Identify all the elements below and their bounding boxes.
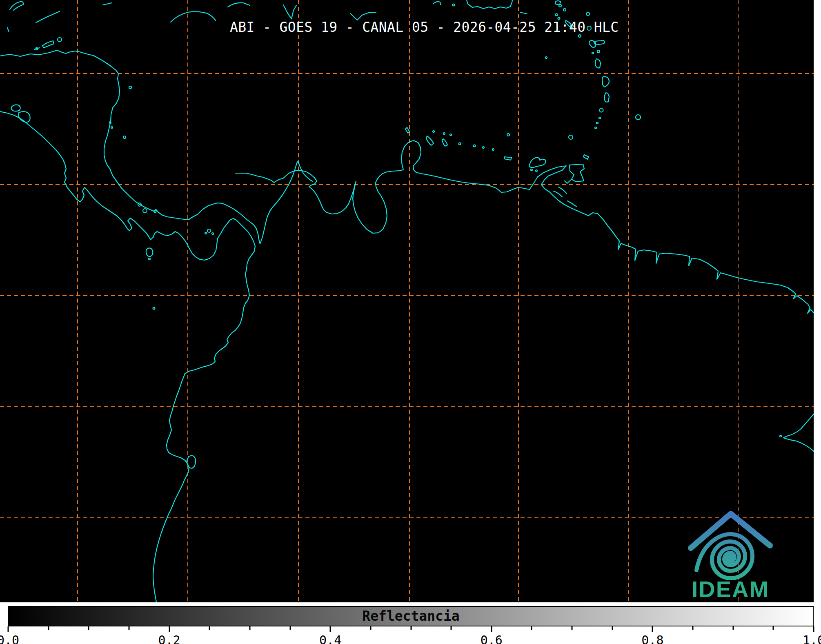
- island-dot: [600, 109, 603, 112]
- coastline-path: [783, 414, 814, 451]
- island-dot: [205, 232, 207, 234]
- island-dot: [443, 133, 445, 134]
- island-dot: [595, 127, 596, 129]
- coastline-layer: [0, 0, 814, 602]
- colorbar-minor-tick: [128, 626, 129, 630]
- coastline-path: [520, 12, 527, 14]
- satellite-map: IDEAM ABI - GOES 19 - CANAL 05 - 2026-04…: [0, 0, 814, 602]
- island-dot: [149, 258, 150, 260]
- coastline-path: [405, 127, 409, 133]
- colorbar-minor-tick: [370, 626, 371, 630]
- coastline-path: [602, 77, 609, 87]
- colorbar-major-tick: [652, 626, 653, 632]
- island-dot: [507, 134, 510, 136]
- coastline-path: [0, 50, 312, 244]
- coastline-path: [567, 201, 576, 207]
- island-dot: [636, 115, 641, 120]
- colorbar-minor-tick: [209, 626, 210, 630]
- island-dot: [433, 131, 434, 132]
- coastline-path: [36, 11, 60, 22]
- colorbar-minor-tick: [732, 626, 734, 630]
- coastline-path: [558, 187, 567, 194]
- island-dot: [586, 12, 590, 16]
- colorbar-minor-tick: [531, 626, 532, 630]
- colorbar-minor-tick: [612, 626, 613, 630]
- coastline-path: [583, 155, 589, 159]
- island-dot: [492, 149, 494, 150]
- island-dot: [474, 145, 476, 147]
- coastline-path: [504, 157, 512, 160]
- island-dot: [143, 209, 147, 213]
- colorbar-minor-tick: [289, 626, 291, 630]
- island-dot: [58, 38, 62, 42]
- colorbar-minor-tick: [249, 626, 250, 630]
- island-dot: [596, 122, 598, 124]
- colorbar-tick-label: 0.2: [158, 633, 180, 644]
- colorbar-major-tick: [813, 626, 814, 632]
- colorbar-tick-label: 1.0: [803, 633, 821, 644]
- island-dot: [453, 4, 455, 6]
- coastline-path: [235, 140, 814, 313]
- island-dot: [545, 57, 547, 58]
- colorbar-minor-tick: [572, 626, 573, 630]
- colorbar-major-tick: [330, 626, 331, 632]
- coastline-path: [426, 136, 434, 145]
- coastline-path: [0, 111, 255, 602]
- colorbar: Reflectancia 0.00.20.40.60.81.0: [8, 606, 814, 626]
- coastline-path: [10, 2, 23, 10]
- colorbar-tick-label: 0.6: [481, 633, 503, 644]
- coastline-path: [228, 3, 250, 7]
- island-dot: [153, 308, 155, 310]
- coastline-path: [442, 139, 447, 146]
- coastline-path: [565, 180, 571, 183]
- island-dot: [556, 14, 558, 16]
- island-dot: [599, 117, 601, 119]
- island-dot: [563, 9, 566, 11]
- colorbar-minor-tick: [451, 626, 452, 630]
- map-svg: IDEAM: [0, 0, 814, 602]
- island-dot: [459, 143, 461, 145]
- coastline-path: [467, 0, 512, 9]
- island-dot: [450, 134, 452, 136]
- island-dot: [154, 211, 156, 213]
- coastline-path: [7, 28, 9, 32]
- island-dot: [597, 50, 600, 53]
- coastline-path: [604, 93, 609, 102]
- coastline-path: [433, 2, 441, 5]
- image-title: ABI - GOES 19 - CANAL 05 - 2026-04-25 21…: [230, 19, 619, 35]
- colorbar-minor-tick: [48, 626, 49, 630]
- coastline-path: [171, 12, 216, 22]
- island-dot: [129, 86, 131, 89]
- colorbar-minor-tick: [692, 626, 694, 630]
- coastline-path: [554, 191, 562, 197]
- coastline-path: [283, 5, 296, 19]
- island-dot: [536, 170, 537, 172]
- coastline-path: [11, 105, 20, 111]
- coastline-path: [570, 164, 584, 182]
- coastline-path: [103, 3, 112, 5]
- grid-layer: [0, 0, 814, 602]
- coastline-path: [187, 456, 196, 468]
- logo-hurricane-spiral-icon: [696, 534, 752, 578]
- coastline-path: [529, 158, 546, 168]
- island-dot: [592, 52, 594, 54]
- colorbar-tick-label: 0.0: [0, 633, 19, 644]
- island-dot: [780, 435, 781, 437]
- coastline-path: [595, 59, 601, 68]
- colorbar-major-tick: [491, 626, 492, 632]
- coastline-path: [555, 1, 561, 4]
- island-dot: [207, 229, 211, 232]
- coastline-path: [146, 248, 153, 256]
- logo-text: IDEAM: [692, 576, 769, 602]
- island-dot: [212, 233, 214, 234]
- island-dot: [569, 135, 573, 139]
- island-dot: [531, 169, 532, 171]
- satellite-image-viewer: { "title": {"text": "ABI - GOES 19 - CAN…: [0, 0, 821, 644]
- coastline-path: [18, 111, 30, 122]
- colorbar-tick-label: 0.8: [641, 633, 663, 644]
- coastline-path: [42, 41, 54, 48]
- colorbar-tick-label: 0.4: [319, 633, 341, 644]
- island-dot: [123, 136, 126, 138]
- colorbar-minor-tick: [88, 626, 89, 630]
- colorbar-major-tick: [169, 626, 170, 632]
